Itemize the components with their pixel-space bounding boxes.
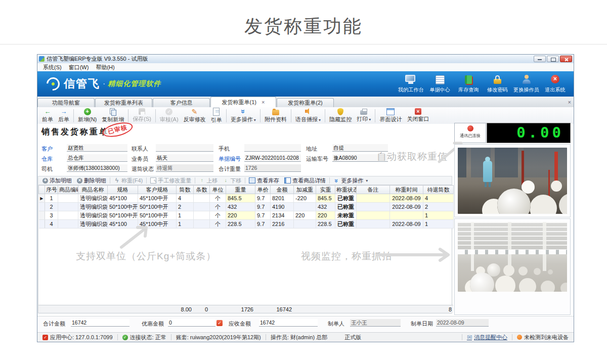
- field-input-6[interactable]: ZJRW-20220101-0208: [244, 154, 301, 162]
- tab-close-icon[interactable]: ×: [262, 100, 265, 105]
- quick-action-label: 修改密码: [484, 86, 510, 94]
- field-input-2[interactable]: [244, 144, 301, 152]
- toolbar-save-button: 保存(S): [130, 108, 154, 123]
- discount-confirm-icon[interactable]: [216, 320, 223, 326]
- field-input-4[interactable]: 总仓库: [67, 154, 127, 162]
- cell-称重时间[interactable]: 2022-08-09: [390, 203, 423, 211]
- menu-item-1[interactable]: 窗口(W): [65, 64, 93, 71]
- cell-金额: 2216: [271, 220, 294, 229]
- cell-待退筒数[interactable]: 1: [423, 220, 454, 229]
- cell-重量[interactable]: 220: [226, 211, 255, 220]
- cell-单价: 9.7: [255, 211, 271, 220]
- bottom-field-input-1[interactable]: 0: [168, 319, 215, 327]
- toolbar-close-window-button[interactable]: 关闭窗口: [404, 108, 431, 123]
- summary-待退筒数: 8: [423, 305, 453, 313]
- camera-feed-warehouse: [458, 222, 567, 292]
- minimize-icon[interactable]: [534, 56, 546, 62]
- layout-icon: [386, 108, 395, 115]
- maximize-icon[interactable]: [547, 56, 559, 62]
- weight-display: 0.00: [487, 123, 571, 143]
- tab-1[interactable]: 发货称重单列表: [95, 98, 152, 107]
- quick-action-workbench[interactable]: 我的工作台: [397, 74, 425, 94]
- cell-称重时间[interactable]: [390, 211, 423, 220]
- cell-实重[interactable]: 228.5: [316, 220, 335, 229]
- quick-action-switch-operator[interactable]: 更换操作员: [512, 74, 541, 94]
- cell-实重[interactable]: 432: [316, 203, 335, 211]
- bottom-field-input-0[interactable]: 16742: [71, 319, 129, 327]
- cell-待退筒数[interactable]: 1: [423, 211, 454, 220]
- toolbar-more-ops-button[interactable]: 更多操作: [228, 107, 258, 124]
- cell-筒数: 1: [177, 220, 194, 229]
- cell-实重[interactable]: 220: [316, 211, 335, 220]
- toolbar-button-label: 附件资料: [265, 116, 287, 123]
- detail-view-product-detail-button[interactable]: 查看商品详情: [282, 177, 328, 185]
- status-item-text: 正式版: [344, 334, 361, 341]
- column-header-1: 商品编码: [58, 186, 78, 194]
- cell-备注[interactable]: [357, 211, 390, 220]
- toolbar-add-new-button[interactable]: 新增(N): [75, 108, 99, 124]
- status-item-text: 消息提醒中心: [474, 334, 507, 341]
- brand-name: 信管飞: [64, 76, 100, 92]
- quick-action-exit-system[interactable]: 退出系统: [541, 74, 570, 94]
- field-input-1[interactable]: [156, 144, 213, 152]
- brand: 信管飞 · 精细化管理软件: [47, 76, 397, 92]
- quick-action-doc-center[interactable]: 单据中心: [425, 74, 454, 94]
- cell-重量[interactable]: 845.5: [226, 194, 255, 203]
- detail-delete-detail-button[interactable]: 删除明细: [74, 177, 109, 185]
- cell-备注[interactable]: [357, 194, 390, 203]
- cell-待退筒数[interactable]: 4: [423, 194, 454, 203]
- status-bar: 应用中心: 127.0.0.1:7099连接状态: 正常账套: ruiwang2…: [37, 332, 574, 342]
- tab-4[interactable]: 发货称重单(2): [277, 98, 334, 107]
- bottom-field-input-2[interactable]: 16742: [259, 319, 318, 327]
- summary-gutter: [38, 305, 45, 313]
- field-input-8[interactable]: 张师傅(13800138000): [67, 164, 127, 172]
- status-item-right-0[interactable]: 消息提醒中心: [465, 334, 509, 341]
- tab-0[interactable]: 功能导航窗: [37, 98, 95, 107]
- quick-action-stock-query[interactable]: 库存查询: [454, 74, 483, 94]
- quick-action-change-password[interactable]: 修改密码: [483, 74, 512, 94]
- close-icon[interactable]: [560, 56, 572, 62]
- tab-3[interactable]: 发货称重单(1)×: [210, 97, 276, 107]
- field-label-3: 地址: [306, 145, 317, 153]
- toolbar-voice-broadcast-button[interactable]: 语音播报: [293, 107, 323, 124]
- toolbar-print-button[interactable]: 打印: [354, 108, 373, 123]
- cell-备注[interactable]: [357, 220, 390, 229]
- toolbar-ui-design-button[interactable]: 界面设计: [377, 108, 404, 124]
- title-divider: [0, 44, 607, 44]
- page: 发货称重功能 信管飞塑编ERP专业版 V9.3.550 - 试用版 系统(S)窗…: [0, 0, 607, 364]
- cell-条数: [194, 220, 210, 229]
- toolbar-unaudit-modify-button[interactable]: 反审修改: [181, 107, 208, 124]
- row-selector[interactable]: [39, 211, 45, 220]
- cell-重量[interactable]: 228.5: [226, 220, 255, 229]
- toolbar-ref-doc-button[interactable]: 引单: [208, 107, 225, 124]
- detail-more-ops-2-button[interactable]: 更多操作: [331, 177, 370, 185]
- row-selector[interactable]: ▶: [39, 194, 45, 203]
- field-input-5[interactable]: 杨天: [156, 154, 213, 162]
- field-input-0[interactable]: 赵贤胜: [67, 144, 127, 152]
- cell-实重[interactable]: 845.5: [316, 194, 335, 203]
- toolbar-button-label: 关闭窗口: [407, 115, 429, 123]
- toolbar-hide-monitor-button[interactable]: 隐藏监控: [327, 108, 354, 124]
- tabbar-close-icon[interactable]: ×: [568, 99, 571, 105]
- row-selector[interactable]: [39, 220, 45, 229]
- cell-重量[interactable]: 432: [226, 203, 255, 211]
- detail-add-detail-button[interactable]: 添加明细: [40, 177, 74, 185]
- tab-2[interactable]: 客户信息: [153, 98, 210, 107]
- field-label-1: 联系人: [132, 145, 148, 153]
- windows-art: [458, 250, 567, 254]
- alert-dot-icon: [517, 335, 522, 340]
- menu-item-2[interactable]: 帮助(H): [92, 64, 118, 71]
- cell-备注[interactable]: [357, 203, 390, 211]
- row-selector[interactable]: [39, 203, 45, 211]
- cell-称重时间[interactable]: 2022-08-09: [390, 194, 423, 203]
- toolbar-copy-new-button[interactable]: 复制新增: [99, 107, 126, 124]
- column-header-10: 金额: [271, 186, 294, 194]
- toolbar-next-doc-button[interactable]: 后单: [56, 107, 72, 124]
- toolbar-attachments-button[interactable]: 附件资料: [262, 108, 289, 124]
- toolbar-prev-doc-button[interactable]: 前单: [39, 107, 56, 124]
- menu-item-0[interactable]: 系统(S): [39, 64, 65, 71]
- cell-称重时间[interactable]: 2022-08-09: [390, 220, 423, 229]
- edit-icon: [191, 108, 199, 115]
- detail-view-stock-button[interactable]: 查看库存: [246, 177, 282, 185]
- cell-待退筒数[interactable]: 2: [423, 203, 454, 211]
